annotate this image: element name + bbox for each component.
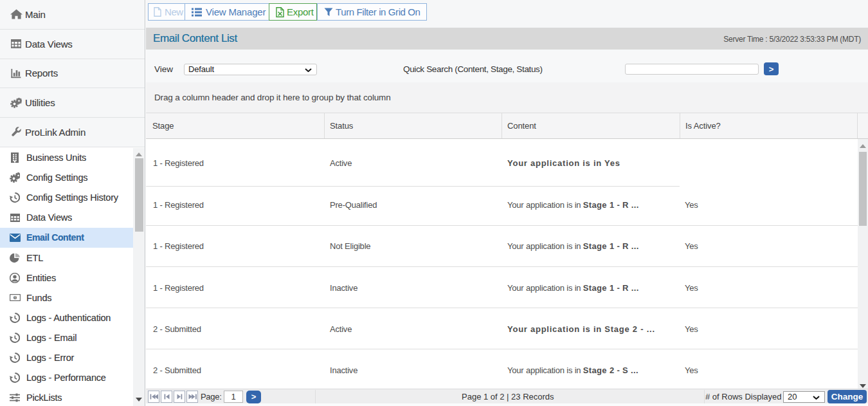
svg-text:0: 0 <box>14 295 16 299</box>
